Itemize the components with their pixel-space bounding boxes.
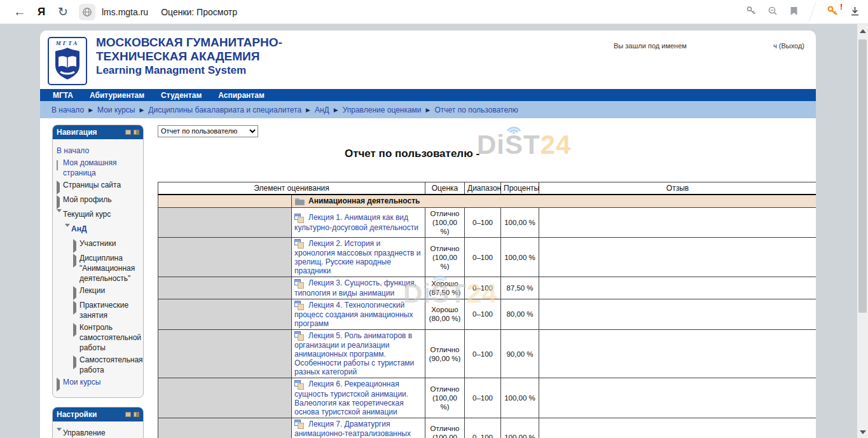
sidebar-item[interactable]: Мой профиль (57, 195, 141, 207)
sidebar-item[interactable]: Лекции (57, 285, 141, 298)
feedback-cell (539, 208, 816, 238)
globe-icon (79, 4, 95, 20)
feedback-cell (539, 299, 816, 329)
back-icon[interactable]: ← (9, 3, 31, 22)
chevron-right-icon[interactable] (57, 197, 63, 207)
chevron-right-icon[interactable] (73, 241, 79, 251)
chevron-down-icon[interactable] (65, 226, 71, 236)
block-collapse-icon[interactable] (125, 412, 131, 417)
chevron-right-icon[interactable] (57, 182, 63, 193)
breadcrumb-item-3[interactable]: Дисциплины бакалавриата и специалитета (148, 106, 301, 114)
column-header: Проценты (501, 182, 539, 195)
chevron-right-icon[interactable] (73, 357, 79, 367)
chevron-right-icon[interactable] (73, 303, 79, 313)
sidebar-item[interactable]: Самостоятельная работа (57, 355, 141, 375)
scrollbar-down-icon[interactable] (860, 430, 866, 434)
indent-cell (158, 418, 292, 438)
refresh-icon[interactable]: ↻ (52, 3, 74, 22)
indent-cell (158, 329, 292, 378)
percent-cell: 80,00 % (501, 299, 539, 329)
percent-cell: 90,00 % (501, 329, 539, 378)
sidebar-item[interactable]: В начало (57, 146, 141, 156)
sidebar-item[interactable]: Моя домашняя страница (57, 158, 141, 178)
report-type-select[interactable]: Отчет по пользователю (158, 125, 258, 137)
chevron-right-icon[interactable] (73, 325, 79, 335)
nav-item-2[interactable]: Абитуриентам (90, 91, 144, 100)
scrollbar-up-icon[interactable] (860, 29, 866, 33)
chevron-down-icon[interactable] (57, 430, 63, 438)
grade-item-cell: Лекция 1. Анимация как вид культурно-дос… (292, 208, 425, 238)
sidebar-item[interactable]: Текущий курс (57, 209, 141, 222)
grade-item-link[interactable]: Лекция 7. Драматургия анимационно-театра… (294, 420, 417, 438)
breadcrumb-item-2[interactable]: Мои курсы (97, 106, 135, 114)
grade-item-row: Лекция 4. Технологический процесс создан… (158, 299, 816, 329)
lesson-icon (294, 239, 304, 249)
browser-scrollbar[interactable] (857, 24, 868, 438)
nav-item-1[interactable]: МГТА (53, 91, 73, 100)
grade-cell: Отлично(100,00 %) (425, 418, 465, 438)
range-cell: 0–100 (465, 378, 501, 418)
zoom-out-icon[interactable] (768, 6, 778, 19)
sidebar-item-label: Моя домашняя страница (63, 158, 141, 178)
sidebar-item-label: Практические занятия (79, 300, 141, 320)
sidebar-item[interactable]: АнД (57, 224, 141, 236)
sidebar-item[interactable]: Мои курсы (57, 377, 141, 390)
sidebar-item[interactable]: Страницы сайта (57, 180, 141, 193)
grade-item-link[interactable]: Лекция 3. Сущность, функция, типология и… (294, 278, 417, 297)
breadcrumb-item-4[interactable]: АнД (315, 106, 329, 114)
grade-cell: Хорошо(80,00 %) (425, 299, 465, 329)
grade-item-link[interactable]: Лекция 6. Рекреационная сущность туристс… (294, 380, 408, 416)
grade-item-cell: Лекция 4. Технологический процесс создан… (292, 299, 425, 329)
site-content: МГТА МОСКОВСКАЯ ГУМАНИТАРНО- ТЕХНИЧЕСКАЯ… (40, 31, 816, 438)
percent-cell: 100,00 % (501, 418, 539, 438)
block-dock-icon[interactable] (134, 412, 139, 417)
sidebar-item-label: Дисциплина "Анимационная деятельность" (79, 253, 141, 284)
sidebar-item[interactable]: Управление оценками (57, 428, 141, 438)
protect-key-icon[interactable]: ! (827, 5, 838, 19)
block-collapse-icon[interactable] (125, 130, 131, 135)
breadcrumb-item-6[interactable]: Отчет по пользователю (435, 106, 518, 114)
sidebar-item-label: Мои курсы (63, 377, 100, 387)
chevron-right-icon[interactable] (57, 380, 63, 390)
grade-item-link[interactable]: Лекция 5. Роль аниматоров в организации … (294, 331, 414, 376)
nav-item-3[interactable]: Студентам (161, 91, 202, 100)
sidebar-item[interactable]: Участники (57, 238, 141, 251)
lesson-icon (294, 279, 304, 289)
address-bar[interactable]: lms.mgta.ru Оценки: Просмотр (79, 4, 237, 20)
yandex-browser-icon[interactable]: Я (31, 3, 52, 22)
sidebar-item[interactable]: Контроль самостоятельной работы (57, 322, 141, 353)
breadcrumb-item-5[interactable]: Управление оценками (343, 106, 422, 114)
chevron-down-icon[interactable] (57, 212, 63, 222)
download-icon[interactable] (850, 6, 860, 19)
grades-table: Элемент оцениванияОценкаДиапазонПроценты… (158, 182, 816, 438)
navigation-block-body: В началоМоя домашняя страницаСтраницы са… (53, 139, 143, 397)
grade-item-link[interactable]: Лекция 1. Анимация как вид культурно-дос… (294, 213, 418, 231)
bookmark-icon[interactable] (790, 6, 798, 18)
lesson-icon (294, 301, 304, 310)
range-cell: 0–100 (465, 418, 501, 438)
block-dock-icon[interactable] (134, 130, 139, 135)
sidebar-item[interactable]: Практические занятия (57, 300, 141, 320)
logout-link[interactable]: (Выход) (779, 42, 804, 50)
key-icon[interactable] (746, 6, 756, 18)
sidebar-item-label: Мой профиль (63, 195, 112, 205)
scrollbar-thumb[interactable] (858, 39, 867, 313)
chevron-right-icon[interactable] (73, 256, 79, 266)
sidebar-item-label: Самостоятельная работа (79, 355, 143, 375)
org-title-line2: ТЕХНИЧЕСКАЯ АКАДЕМИЯ (96, 50, 282, 64)
sidebar-item-label: Лекции (79, 285, 105, 296)
column-header: Элемент оценивания (158, 182, 425, 195)
grade-item-link[interactable]: Лекция 2. История и хронология массовых … (294, 239, 420, 275)
breadcrumb-item-1[interactable]: В начало (52, 106, 84, 114)
sidebar-item[interactable]: Дисциплина "Анимационная деятельность" (57, 253, 141, 284)
indent-cell (158, 238, 292, 277)
settings-block: Настройки Управление оценкамиОбзорный от… (52, 407, 144, 438)
percent-cell: 100,00 % (501, 208, 539, 238)
chevron-right-icon[interactable] (73, 288, 79, 298)
settings-block-title: Настройки (57, 410, 97, 419)
grade-item-link[interactable]: Лекция 4. Технологический процесс создан… (294, 301, 413, 328)
nav-item-4[interactable]: Аспирантам (218, 91, 265, 100)
sidebar-item-label: Управление оценками (63, 428, 141, 438)
mgta-logo: МГТА (48, 37, 87, 85)
category-row: Анимационная деятельность (158, 195, 816, 208)
